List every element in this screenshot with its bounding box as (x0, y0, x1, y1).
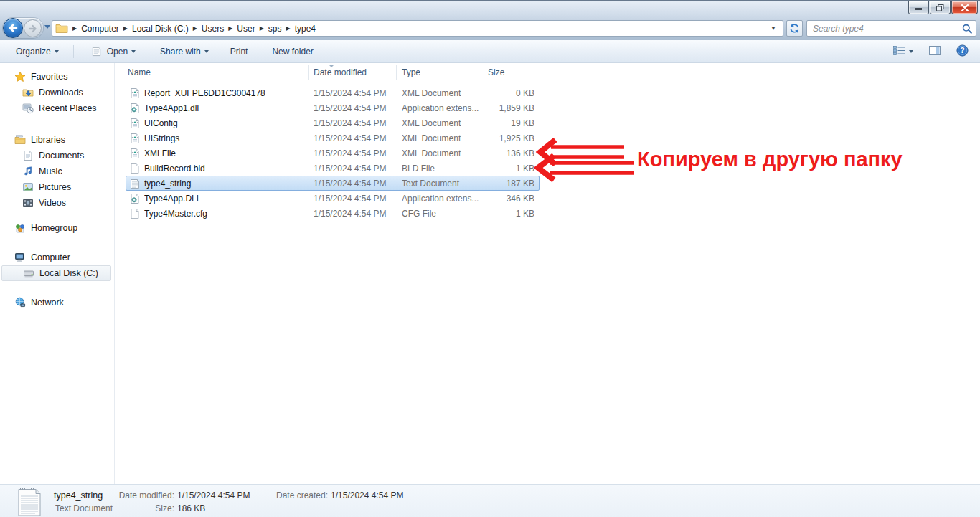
sidebar-item-downloads[interactable]: Downloads (0, 85, 114, 100)
restore-icon (936, 4, 944, 11)
file-date-modified: 1/15/2024 4:54 PM (314, 88, 402, 98)
open-button[interactable]: Open (87, 43, 140, 60)
file-row-uistrings[interactable]: UIStrings1/15/2024 4:54 PMXML Document1,… (116, 131, 543, 146)
file-date-modified: 1/15/2024 4:54 PM (314, 148, 402, 158)
xml-file-icon (129, 133, 141, 144)
file-date-modified: 1/15/2024 4:54 PM (314, 163, 402, 174)
xml-file-icon (129, 148, 141, 159)
breadcrumb-separator-icon[interactable]: ▶ (123, 25, 128, 32)
file-size: 1,925 KB (486, 133, 534, 143)
sidebar-item-local-disk-c[interactable]: Local Disk (C:) (1, 265, 111, 281)
sidebar-item-recent-places[interactable]: Recent Places (0, 100, 114, 116)
sidebar-item-homegroup[interactable]: Homegroup (0, 220, 114, 236)
refresh-button[interactable] (786, 20, 803, 37)
breadcrumb-separator-icon[interactable]: ▶ (72, 25, 77, 32)
folder-icon (55, 23, 68, 34)
file-date-modified: 1/15/2024 4:54 PM (314, 103, 402, 113)
sidebar-item-network[interactable]: Network (0, 295, 114, 310)
file-row-type4master-cfg[interactable]: Type4Master.cfg1/15/2024 4:54 PMCFG File… (116, 206, 543, 221)
address-bar[interactable]: ▶Computer▶Local Disk (C:)▶Users▶User▶sps… (52, 20, 783, 37)
forward-button[interactable] (24, 19, 42, 37)
sidebar-item-label: Homegroup (31, 223, 77, 233)
file-date-modified: 1/15/2024 4:54 PM (314, 179, 402, 189)
sidebar-item-music[interactable]: Music (0, 163, 114, 179)
help-button[interactable]: ? (953, 42, 971, 61)
star-icon (14, 71, 26, 82)
date-modified-label: Date modified: (118, 490, 174, 501)
computer-icon (14, 252, 26, 263)
breadcrumb-separator-icon[interactable]: ▶ (286, 25, 291, 32)
sidebar-item-label: Music (39, 166, 62, 176)
organize-button[interactable]: Organize (11, 44, 63, 60)
column-divider[interactable] (540, 65, 540, 80)
column-header-type[interactable]: Type (402, 67, 420, 77)
column-header-size[interactable]: Size (488, 67, 504, 77)
address-dropdown-icon[interactable]: ▼ (765, 25, 781, 32)
sidebar-item-label: Favorites (31, 72, 67, 82)
search-input[interactable] (813, 24, 962, 34)
sidebar-item-favorites[interactable]: Favorites (0, 69, 114, 85)
details-date-modified: Date modified:1/15/2024 4:54 PM (118, 490, 250, 501)
minimize-button[interactable] (908, 1, 929, 14)
network-icon (14, 297, 26, 308)
breadcrumb-separator-icon[interactable]: ▶ (193, 25, 197, 32)
breadcrumb-item-type4[interactable]: type4 (295, 24, 316, 34)
file-row-report-xufpe6dd1c3004178[interactable]: Report_XUFPE6DD1C30041781/15/2024 4:54 P… (116, 85, 543, 100)
sidebar-item-videos[interactable]: Videos (0, 195, 114, 211)
restore-button[interactable] (930, 1, 951, 14)
file-size: 1 KB (486, 209, 534, 219)
change-view-button[interactable] (890, 44, 916, 60)
recent-icon (22, 103, 34, 114)
column-header-name[interactable]: Name (128, 67, 151, 77)
file-row-type4app-dll[interactable]: Type4App.DLL1/15/2024 4:54 PMApplication… (116, 191, 543, 206)
file-row-uiconfig[interactable]: UIConfig1/15/2024 4:54 PMXML Document19 … (116, 115, 543, 131)
explorer-main: FavoritesDownloadsRecent PlacesLibraries… (0, 63, 980, 484)
breadcrumb-item-sps[interactable]: sps (268, 24, 282, 34)
file-row-buildrecord-bld[interactable]: BuildRecord.bld1/15/2024 4:54 PMBLD File… (116, 161, 543, 176)
close-button[interactable] (951, 1, 978, 14)
column-header-date-modified[interactable]: Date modified (314, 67, 367, 77)
disk-icon (23, 267, 34, 279)
sidebar-item-label: Documents (39, 151, 84, 161)
breadcrumb-item-local-disk-c[interactable]: Local Disk (C:) (132, 24, 189, 34)
search-icon[interactable] (962, 24, 972, 34)
breadcrumb-item-computer[interactable]: Computer (81, 24, 119, 34)
file-name: Type4Master.cfg (144, 209, 314, 219)
breadcrumb-item-users[interactable]: Users (202, 24, 224, 34)
breadcrumb-separator-icon[interactable]: ▶ (228, 25, 232, 32)
sidebar-item-pictures[interactable]: Pictures (0, 179, 114, 195)
column-divider[interactable] (308, 65, 309, 80)
new-folder-label: New folder (272, 47, 313, 57)
sidebar-item-label: Videos (39, 198, 66, 208)
breadcrumb-separator-icon[interactable]: ▶ (260, 25, 264, 32)
column-divider[interactable] (396, 65, 397, 80)
sidebar-item-label: Network (31, 298, 64, 308)
column-divider[interactable] (481, 65, 481, 80)
downloads-icon (22, 87, 34, 98)
chevron-down-icon (55, 50, 59, 53)
sidebar-item-documents[interactable]: Documents (0, 148, 114, 163)
close-icon (961, 4, 969, 11)
sidebar-item-label: Computer (31, 252, 70, 262)
date-created-value: 1/15/2024 4:54 PM (331, 490, 403, 501)
file-type: XML Document (402, 133, 486, 143)
back-button[interactable] (3, 18, 23, 38)
breadcrumb-item-user[interactable]: User (237, 24, 255, 34)
new-folder-button[interactable]: New folder (268, 44, 317, 60)
sidebar-item-computer[interactable]: Computer (0, 250, 114, 265)
text-document-large-icon (17, 487, 42, 517)
file-row-type4app1-dll[interactable]: Type4App1.dll1/15/2024 4:54 PMApplicatio… (116, 100, 543, 115)
size-value: 186 KB (177, 503, 205, 513)
recent-pages-dropdown[interactable] (44, 25, 50, 29)
file-row-type4-string[interactable]: type4_string1/15/2024 4:54 PMText Docume… (116, 176, 543, 191)
xml-file-icon (129, 87, 141, 99)
file-file-icon (129, 208, 141, 219)
chevron-down-icon (131, 50, 136, 53)
file-row-xmlfile[interactable]: XMLFile1/15/2024 4:54 PMXML Document136 … (116, 146, 543, 161)
preview-pane-button[interactable] (926, 44, 943, 60)
share-with-button[interactable]: Share with (156, 44, 213, 60)
print-button[interactable]: Print (226, 44, 253, 60)
file-date-modified: 1/15/2024 4:54 PM (314, 118, 402, 128)
sidebar-item-libraries[interactable]: Libraries (0, 132, 114, 148)
search-box[interactable] (806, 20, 976, 37)
